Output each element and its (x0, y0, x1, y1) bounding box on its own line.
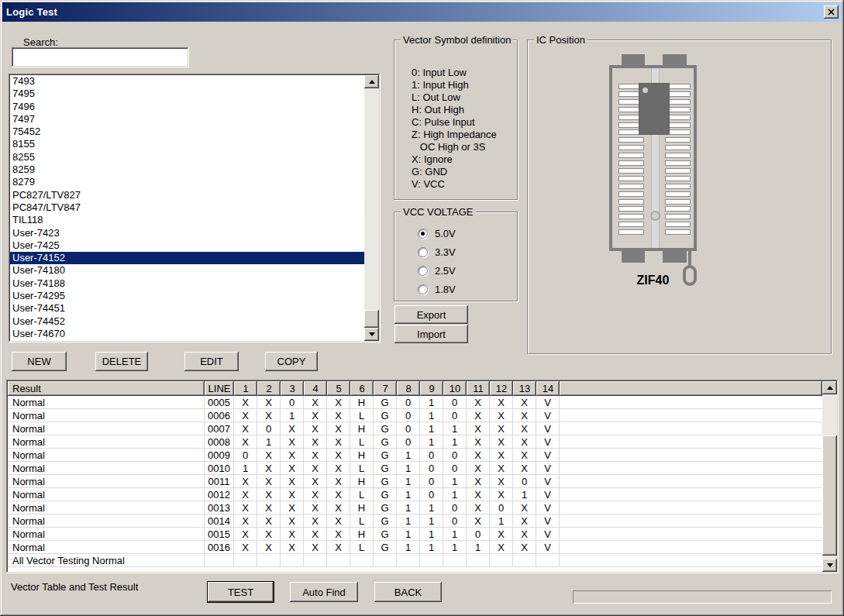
column-header[interactable]: LINE (205, 381, 234, 396)
column-header[interactable]: 1 (234, 381, 257, 396)
table-cell: 1 (443, 528, 467, 541)
table-cell: X (304, 409, 327, 422)
table-cell: X (467, 409, 490, 422)
scroll-down-button[interactable] (822, 559, 837, 572)
table-cell: X (234, 475, 257, 488)
table-row[interactable]: Normal00101XXXXLG100XXXV (8, 462, 822, 475)
list-item[interactable]: 8259 (10, 163, 364, 176)
table-cell: Normal (8, 541, 205, 554)
table-cell: G (374, 396, 397, 409)
radio-option-3.3V[interactable]: 3.3V (418, 246, 456, 258)
table-row[interactable]: Normal0013XXXXXHG110X0XV (8, 501, 822, 514)
new-button[interactable]: NEW (12, 352, 67, 371)
title-bar[interactable]: Logic Test (2, 2, 842, 22)
list-item[interactable]: User-74180 (10, 264, 364, 277)
export-button[interactable]: Export (394, 305, 468, 324)
column-header[interactable]: 8 (397, 381, 420, 396)
scroll-up-button[interactable] (364, 75, 379, 88)
table-cell: V (536, 422, 560, 435)
delete-button[interactable]: DELETE (95, 352, 148, 371)
list-item[interactable]: TIL118 (10, 214, 364, 226)
scroll-thumb[interactable] (364, 310, 379, 328)
column-header[interactable]: 3 (281, 381, 304, 396)
list-item[interactable]: User-74295 (10, 290, 364, 302)
list-item[interactable]: 8279 (10, 176, 364, 188)
table-cell: 1 (443, 488, 467, 501)
table-row[interactable]: Normal0005XX0XXHG010XXXV (8, 396, 822, 409)
column-header[interactable]: 7 (374, 381, 397, 396)
table-row[interactable]: Normal0008X1XXXLG011XXXV (8, 435, 822, 449)
table-cell: G (374, 528, 397, 541)
list-item[interactable]: User-74152 (10, 252, 364, 264)
close-button[interactable] (824, 5, 839, 19)
list-item[interactable]: PC827/LTV827 (10, 189, 364, 201)
column-header[interactable]: 13 (513, 381, 536, 396)
table-row[interactable]: All Vector Testing Normal (8, 554, 822, 567)
edit-button[interactable]: EDIT (184, 352, 239, 371)
table-cell: Normal (8, 449, 205, 462)
list-item[interactable]: User-74451 (10, 302, 364, 315)
list-item[interactable]: User-74188 (10, 277, 364, 290)
radio-option-5.0V[interactable]: 5.0V (418, 228, 456, 239)
list-item[interactable]: User-74670 (10, 328, 364, 340)
list-item[interactable]: 7493 (10, 75, 364, 88)
table-cell: V (536, 528, 560, 541)
list-item[interactable]: User-7423 (10, 227, 364, 239)
scroll-up-button[interactable] (822, 381, 837, 394)
table-row[interactable]: Normal0016XXXXXLG1111XXV (8, 541, 822, 554)
table-row[interactable]: Normal0015XXXXXHG1110XXV (8, 528, 822, 541)
back-button[interactable]: BACK (374, 582, 442, 602)
table-row[interactable]: Normal0012XXXXXLG101XX1V (8, 488, 822, 501)
table-cell: 0012 (205, 488, 234, 501)
list-item[interactable]: 7496 (10, 101, 364, 113)
table-cell: X (513, 449, 536, 462)
column-header[interactable]: 2 (257, 381, 281, 396)
table-cell: X (490, 488, 513, 501)
column-header[interactable]: 5 (327, 381, 350, 396)
list-item[interactable]: 8255 (10, 151, 364, 163)
table-row[interactable]: Normal0007X0XXXHG011XXXV (8, 422, 822, 435)
column-header[interactable]: Result (8, 381, 205, 396)
table-row[interactable]: Normal0011XXXXXHG101XX0V (8, 475, 822, 488)
table-row[interactable]: Normal0006XX1XXLG010XXXV (8, 409, 822, 422)
zif-pin-right (665, 206, 691, 212)
column-header[interactable]: 6 (350, 381, 374, 396)
column-header[interactable]: 12 (490, 381, 513, 396)
table-cell: X (257, 409, 281, 422)
table-cell: 0 (443, 514, 467, 528)
list-item[interactable]: 75452 (10, 126, 364, 138)
radio-option-2.5V[interactable]: 2.5V (418, 265, 456, 277)
scroll-thumb[interactable] (822, 435, 837, 556)
table-cell: 1 (397, 462, 420, 475)
list-item[interactable]: 7495 (10, 88, 364, 100)
column-header[interactable]: 4 (304, 381, 327, 396)
vector-symbol-title: Vector Symbol definition (401, 34, 513, 46)
list-item[interactable]: 7497 (10, 113, 364, 126)
test-button[interactable]: TEST (207, 581, 274, 603)
import-button[interactable]: Import (394, 325, 468, 343)
search-input[interactable] (12, 47, 189, 67)
column-header[interactable]: 14 (536, 381, 560, 396)
auto-find-button[interactable]: Auto Find (290, 582, 358, 602)
result-table-scrollbar[interactable] (822, 381, 837, 572)
scroll-down-button[interactable] (364, 328, 379, 341)
table-cell: V (536, 514, 560, 528)
column-header[interactable]: 11 (467, 381, 490, 396)
table-row[interactable]: Normal00090XXXXHG100XXXV (8, 449, 822, 462)
list-item[interactable]: User-7425 (10, 239, 364, 252)
radio-option-1.8V[interactable]: 1.8V (418, 284, 456, 295)
table-cell: H (350, 396, 374, 409)
ic-list-scrollbar[interactable] (364, 75, 379, 341)
zif-pin-left (618, 184, 644, 189)
list-item[interactable]: User-74452 (10, 315, 364, 328)
table-cell: G (374, 541, 397, 554)
table-cell: X (513, 514, 536, 528)
column-header[interactable]: 9 (420, 381, 443, 396)
list-item[interactable]: 8155 (10, 138, 364, 150)
list-item[interactable]: PC847/LTV847 (10, 201, 364, 214)
table-cell: V (536, 462, 560, 475)
table-cell: 0 (443, 449, 467, 462)
copy-button[interactable]: COPY (265, 352, 318, 371)
table-row[interactable]: Normal0014XXXXXLG110X1XV (8, 514, 822, 528)
column-header[interactable]: 10 (443, 381, 467, 396)
